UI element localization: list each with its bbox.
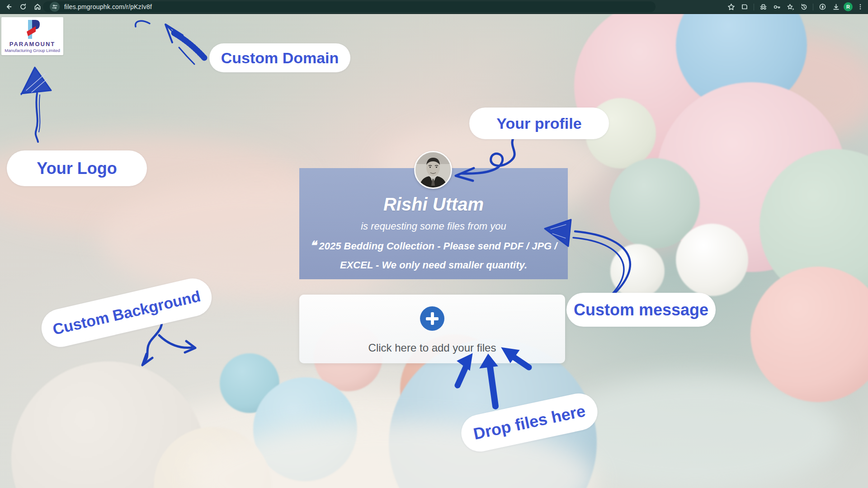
- history-icon[interactable]: [798, 1, 810, 13]
- annotation-your-profile: Your profile: [469, 108, 609, 139]
- quote-icon: ❝: [310, 239, 316, 252]
- incognito-icon[interactable]: [757, 1, 769, 13]
- requester-avatar: [414, 151, 452, 189]
- annotation-custom-domain: Custom Domain: [209, 43, 350, 72]
- requester-name: Rishi Uttam: [299, 193, 568, 215]
- extensions-icon[interactable]: [739, 1, 750, 13]
- logo-subtitle: Manufacturing Group Limited: [5, 48, 60, 53]
- profile-avatar[interactable]: R: [844, 2, 853, 11]
- annotation-custom-message: Custom message: [566, 293, 716, 327]
- annotation-your-logo: Your Logo: [7, 150, 147, 186]
- custom-message-text: ❝2025 Bedding Collection - Please send P…: [310, 236, 557, 275]
- logo-name: PARAMOUNT: [9, 41, 56, 47]
- back-icon[interactable]: [3, 1, 14, 13]
- message-body: 2025 Bedding Collection - Please send PD…: [319, 240, 557, 271]
- request-subtitle: is requesting some files from you: [299, 221, 568, 232]
- password-key-icon[interactable]: [771, 1, 783, 13]
- menu-kebab-icon[interactable]: [854, 1, 866, 13]
- reload-icon[interactable]: [17, 1, 29, 13]
- sparkle-icon[interactable]: [784, 1, 796, 13]
- upload-label: Click here to add your files: [368, 342, 496, 354]
- site-info-icon[interactable]: [50, 2, 60, 12]
- boost-leaf-icon[interactable]: [816, 1, 828, 13]
- paramount-logo-mark: [25, 20, 40, 40]
- bookmark-star-icon[interactable]: [725, 1, 737, 13]
- upload-dropzone[interactable]: Click here to add your files: [299, 295, 565, 363]
- company-logo: PARAMOUNT Manufacturing Group Limited: [1, 17, 63, 55]
- url-text[interactable]: files.pmgrouphk.com/r/pKzIv8f: [64, 3, 152, 10]
- portrait-photo: [415, 152, 451, 188]
- add-files-plus-icon[interactable]: [420, 306, 444, 331]
- download-icon[interactable]: [830, 1, 842, 13]
- browser-toolbar: files.pmgrouphk.com/r/pKzIv8f R: [0, 0, 868, 14]
- home-icon[interactable]: [32, 1, 43, 13]
